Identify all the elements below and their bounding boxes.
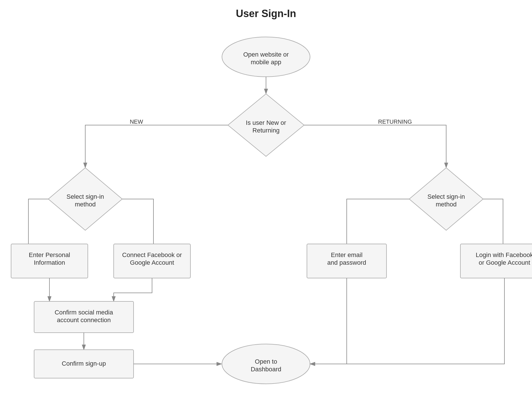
dashboard-label: Open to (255, 358, 277, 365)
arrow-ret-login (483, 199, 503, 249)
start-label: Open website or (243, 51, 289, 58)
confirm-social-label2: account connection (57, 316, 111, 324)
enter-email-label2: and password (327, 259, 366, 266)
login-social-label2: or Google Account (479, 259, 530, 266)
arrow-d1-ret (304, 125, 446, 168)
enter-personal-label2: Information (34, 259, 65, 266)
decision1-label: Is user New or (246, 119, 286, 126)
arrow-social-confirm (114, 278, 152, 301)
start-label2: mobile app (251, 59, 281, 66)
connect-social-label2: Google Account (130, 259, 174, 266)
decision-new-label: Select sign-in (66, 193, 104, 200)
login-social-label: Login with Facebook (476, 251, 532, 258)
decision-new-label2: method (75, 201, 95, 208)
enter-personal-label: Enter Personal (29, 251, 70, 258)
arrow-ret-email (347, 199, 409, 249)
connect-social-label: Connect Facebook or (122, 251, 182, 258)
enter-email-label: Enter email (331, 251, 362, 258)
arrow-new-social (122, 199, 153, 249)
confirm-signup-label: Confirm sign-up (62, 360, 106, 367)
decision1-label2: Returning (252, 127, 279, 134)
arrow-d1-new (85, 125, 228, 168)
diagram-title: User Sign-In (236, 8, 296, 19)
dashboard-label2: Dashboard (251, 366, 281, 373)
confirm-social-label: Confirm social media (55, 309, 113, 316)
returning-label: RETURNING (378, 119, 412, 125)
new-label: NEW (130, 119, 143, 125)
decision-ret-label2: method (436, 201, 456, 208)
arrow-new-personal (28, 199, 48, 249)
arrow-login-dashboard (310, 278, 504, 364)
decision-ret-label: Select sign-in (427, 193, 465, 200)
arrow-email-dashboard (310, 278, 347, 364)
